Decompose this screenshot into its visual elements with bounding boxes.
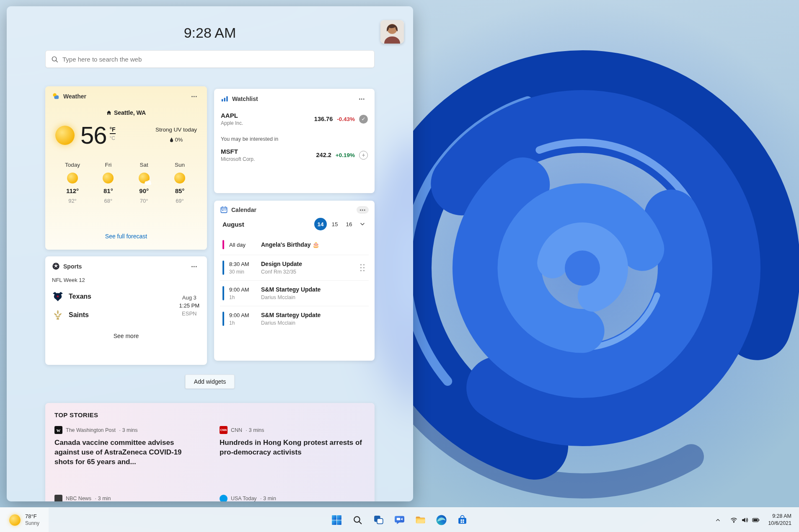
news-article[interactable]: CNN CNN · 3 mins Hundreds in Hong Kong p… (220, 426, 365, 467)
cloud-icon (144, 180, 153, 185)
weather-location-label: Seattle, WA (114, 109, 146, 116)
user-avatar[interactable] (380, 20, 404, 44)
article-headline[interactable]: Hundreds in Hong Kong protest arrests of… (220, 438, 365, 457)
search-icon (352, 514, 363, 526)
taskbar-weather-chip[interactable]: 78°F Sunny (0, 508, 49, 532)
stocks-chart-icon (221, 95, 229, 103)
home-icon (106, 110, 111, 115)
weather-menu-button[interactable]: ••• (188, 93, 200, 100)
team-row-saints[interactable]: Saints (52, 306, 160, 324)
taskbar-search-button[interactable] (349, 511, 367, 529)
event-strategy-update-2[interactable]: 9:00 AM 1h S&M Startegy Update Darius Mc… (220, 306, 369, 331)
article-meta: · 3 mins (119, 427, 137, 433)
taskbar: 78°F Sunny (0, 507, 799, 532)
chevron-down-icon[interactable] (357, 220, 366, 229)
speaker-icon (741, 517, 748, 524)
game-info: Aug 3 1:25 PM ESPN (179, 294, 199, 318)
game-card[interactable]: Texans Saints Aug 3 (52, 287, 200, 324)
microsoft-store-button[interactable] (454, 511, 471, 529)
article-source: CNN (231, 427, 242, 433)
stock-row-aapl[interactable]: AAPL Apple Inc. 136.76 -0.43% ✓ (221, 112, 368, 126)
weather-condition-note: Strong UV today (155, 127, 197, 133)
precipitation: 0% (170, 137, 183, 143)
see-more-link[interactable]: See more (114, 333, 139, 339)
system-tray-quick-settings[interactable] (727, 514, 763, 527)
day-chip-16[interactable]: 16 (343, 218, 355, 230)
forecast-day-today[interactable]: Today 112° 92° (55, 162, 90, 204)
sports-ball-icon (52, 262, 60, 270)
league-week-label: NFL Week 12 (52, 277, 200, 283)
file-explorer-icon (415, 514, 426, 526)
texans-logo (52, 291, 64, 302)
chevron-up-icon (715, 517, 721, 523)
calendar-menu-button[interactable]: ••• (357, 206, 369, 214)
search-bar[interactable] (45, 50, 375, 68)
watchlist-widget: Watchlist ••• AAPL Apple Inc. 136.76 -0.… (214, 89, 375, 193)
weather-icon (52, 92, 60, 100)
windows-logo-icon (331, 514, 342, 526)
forecast-day-sun[interactable]: Sun 85° 69° (163, 162, 197, 204)
weather-title: Weather (63, 93, 86, 100)
unit-celsius[interactable]: °C (110, 135, 116, 141)
calendar-icon (220, 206, 228, 214)
drag-handle-icon[interactable] (360, 264, 365, 271)
news-article[interactable]: w The Washington Post · 3 mins Canada va… (54, 426, 200, 467)
added-check-icon[interactable]: ✓ (359, 115, 368, 124)
game-network: ESPN (179, 310, 199, 318)
stock-row-msft[interactable]: MSFT Microsoft Corp. 242.2 +0.19% + (221, 148, 368, 162)
file-explorer-button[interactable] (412, 511, 429, 529)
unit-fahrenheit[interactable]: °F (110, 126, 116, 134)
current-temperature: 56 (80, 121, 107, 149)
saints-logo (52, 309, 64, 321)
top-stories-widget: TOP STORIES w The Washington Post · 3 mi… (45, 403, 375, 501)
usa-today-logo (220, 495, 228, 501)
edge-browser-button[interactable] (433, 511, 450, 529)
event-angela-birthday[interactable]: All day Angela's Birthday 🎂 (220, 235, 369, 255)
game-time: 1:25 PM (179, 302, 199, 310)
forecast-day-sat[interactable]: Sat 90° 70° (127, 162, 161, 204)
forecast-day-fri[interactable]: Fri 81° 68° (91, 162, 125, 204)
calendar-title: Calendar (231, 207, 256, 213)
task-view-button[interactable] (370, 511, 388, 529)
wifi-icon (730, 517, 737, 524)
weather-location[interactable]: Seattle, WA (52, 109, 200, 116)
chat-button[interactable] (391, 511, 409, 529)
battery-icon (752, 517, 760, 524)
avatar-photo (380, 20, 404, 44)
cnn-logo: CNN (220, 426, 228, 434)
clock-time: 9:28 AM (768, 513, 791, 520)
sports-menu-button[interactable]: ••• (188, 263, 200, 270)
news-article-partial[interactable]: NBC News · 3 min (54, 495, 200, 501)
show-hidden-icons-button[interactable] (711, 514, 724, 526)
search-input[interactable] (62, 56, 369, 63)
search-icon (51, 56, 58, 63)
add-stock-icon[interactable]: + (359, 151, 368, 160)
weather-widget: Weather ••• Seattle, WA 56 °F °C Strong … (45, 86, 207, 250)
weather-current: 56 °F °C Strong UV today 0% (52, 121, 200, 149)
top-stories-title: TOP STORIES (54, 411, 365, 418)
add-widgets-button[interactable]: Add widgets (185, 374, 235, 389)
widgets-panel: 9:28 AM Weather ••• (7, 6, 413, 501)
precipitation-value: 0% (175, 137, 183, 143)
see-full-forecast-link[interactable]: See full forecast (52, 233, 200, 240)
article-source: The Washington Post (66, 427, 116, 433)
event-design-update[interactable]: 8:30 AM 30 min Design Update Conf Rm 32/… (220, 255, 369, 280)
watchlist-menu-button[interactable]: ••• (356, 95, 368, 103)
sunny-icon (103, 173, 114, 183)
day-chip-14[interactable]: 14 (314, 218, 327, 230)
day-chip-15[interactable]: 15 (328, 218, 341, 230)
news-article-partial[interactable]: USA Today · 3 min (220, 495, 365, 501)
sunny-icon (67, 173, 78, 183)
watchlist-title: Watchlist (232, 96, 258, 102)
sports-widget: Sports ••• NFL Week 12 Texans (45, 256, 207, 365)
game-date: Aug 3 (179, 294, 199, 302)
article-headline[interactable]: Canada vaccine committee advises against… (54, 438, 200, 467)
event-strategy-update-1[interactable]: 9:00 AM 1h S&M Startegy Update Darius Mc… (220, 280, 369, 306)
start-button[interactable] (328, 511, 346, 529)
calendar-events: All day Angela's Birthday 🎂 8:30 AM 30 m… (220, 235, 369, 331)
taskbar-clock[interactable]: 9:28 AM 10/6/2021 (765, 511, 794, 529)
sunny-icon (55, 126, 75, 145)
team-row-texans[interactable]: Texans (52, 287, 160, 306)
chat-icon (394, 514, 405, 526)
partly-cloudy-icon (139, 173, 150, 183)
